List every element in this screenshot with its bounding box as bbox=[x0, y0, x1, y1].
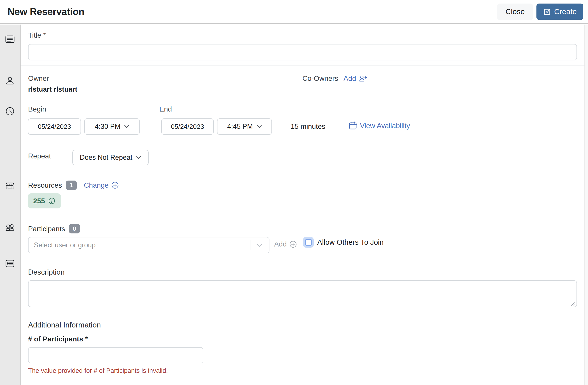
end-time-value: 4:45 PM bbox=[227, 123, 253, 130]
section-nav-sidebar bbox=[0, 24, 21, 385]
chevron-down-icon bbox=[257, 125, 262, 128]
select-divider bbox=[250, 240, 251, 250]
resources-count-badge: 1 bbox=[66, 181, 77, 190]
participants-count-badge: 0 bbox=[69, 224, 80, 234]
scrollbar-track[interactable] bbox=[585, 24, 588, 385]
end-label: End bbox=[159, 105, 172, 113]
description-textarea[interactable] bbox=[28, 280, 577, 307]
duration-text: 15 minutes bbox=[291, 122, 325, 130]
additional-info-heading: Additional Information bbox=[28, 321, 101, 329]
owner-value: rlstuart rlstuart bbox=[28, 86, 77, 93]
header: New Reservation Close Create bbox=[0, 0, 588, 24]
title-label: Title * bbox=[28, 31, 46, 39]
chevron-down-icon bbox=[136, 156, 141, 159]
view-availability-link[interactable]: View Availability bbox=[348, 121, 410, 130]
owner-label: Owner bbox=[28, 74, 49, 83]
card-text-icon[interactable] bbox=[5, 34, 15, 44]
person-icon[interactable] bbox=[5, 76, 15, 86]
view-availability-label: View Availability bbox=[360, 122, 410, 130]
person-plus-icon bbox=[359, 75, 367, 82]
end-date-input[interactable] bbox=[161, 118, 214, 135]
create-button-label: Create bbox=[554, 7, 577, 16]
num-participants-input[interactable] bbox=[28, 347, 203, 363]
resource-chip-label: 255 bbox=[33, 197, 45, 205]
clock-icon[interactable] bbox=[5, 106, 15, 116]
end-time-select[interactable]: 4:45 PM bbox=[217, 118, 272, 135]
participants-section: Participants 0 Select user or group Add bbox=[21, 217, 585, 261]
repeat-select[interactable]: Does Not Repeat bbox=[72, 150, 149, 165]
add-co-owner-label: Add bbox=[344, 74, 356, 83]
info-icon bbox=[48, 197, 56, 205]
participants-label: Participants bbox=[28, 225, 65, 233]
participants-select[interactable]: Select user or group bbox=[28, 237, 270, 253]
begin-label: Begin bbox=[28, 105, 46, 113]
change-resources-link[interactable]: Change bbox=[84, 181, 119, 189]
add-participant-label: Add bbox=[274, 240, 287, 248]
people-icon[interactable] bbox=[5, 223, 15, 233]
chevron-down-icon bbox=[124, 125, 129, 128]
resource-chip[interactable]: 255 bbox=[28, 193, 61, 208]
co-owners-label: Co-Owners bbox=[302, 74, 338, 83]
chevron-down-icon bbox=[257, 244, 262, 247]
begin-date-input[interactable] bbox=[28, 118, 81, 135]
circle-plus-icon bbox=[289, 240, 297, 248]
begin-time-select[interactable]: 4:30 PM bbox=[84, 118, 140, 135]
allow-others-checkbox[interactable]: Allow Others To Join bbox=[303, 237, 384, 248]
description-label: Description bbox=[28, 268, 64, 276]
check-square-icon bbox=[543, 8, 551, 16]
description-section: Description Additional Information # of … bbox=[21, 261, 585, 380]
resources-section: Resources 1 Change 255 bbox=[21, 172, 585, 217]
checkbox-focus-ring bbox=[303, 237, 314, 248]
next-section-edge bbox=[21, 380, 585, 385]
reservation-form: Title * Owner rlstuart rlstuart Co-Owner… bbox=[21, 24, 585, 385]
owner-section: Owner rlstuart rlstuart Co-Owners Add bbox=[21, 66, 585, 99]
list-card-icon[interactable] bbox=[5, 258, 15, 269]
participants-select-placeholder: Select user or group bbox=[34, 241, 96, 249]
calendar-icon bbox=[348, 121, 357, 130]
repeat-value: Does Not Repeat bbox=[80, 153, 132, 162]
page-title: New Reservation bbox=[7, 6, 84, 17]
create-button[interactable]: Create bbox=[536, 3, 583, 20]
title-section: Title * bbox=[21, 24, 585, 66]
num-participants-label: # of Participants * bbox=[28, 335, 88, 343]
circle-plus-icon bbox=[111, 181, 119, 189]
time-section: Begin 4:30 PM End 4:45 PM 15 minutes bbox=[21, 99, 585, 172]
allow-others-label: Allow Others To Join bbox=[317, 238, 384, 246]
validation-error-text: The value provided for # of Participants… bbox=[28, 367, 168, 374]
close-button[interactable]: Close bbox=[497, 3, 533, 20]
resize-handle-icon[interactable] bbox=[570, 301, 575, 306]
begin-time-value: 4:30 PM bbox=[95, 123, 120, 130]
checkbox-box[interactable] bbox=[305, 239, 312, 246]
change-resources-label: Change bbox=[84, 181, 109, 189]
resources-label: Resources bbox=[28, 181, 62, 189]
title-input[interactable] bbox=[28, 44, 577, 60]
add-co-owner-link[interactable]: Add bbox=[344, 74, 367, 83]
storefront-icon[interactable] bbox=[5, 181, 15, 191]
repeat-label: Repeat bbox=[28, 152, 51, 160]
add-participant-button[interactable]: Add bbox=[274, 240, 297, 248]
